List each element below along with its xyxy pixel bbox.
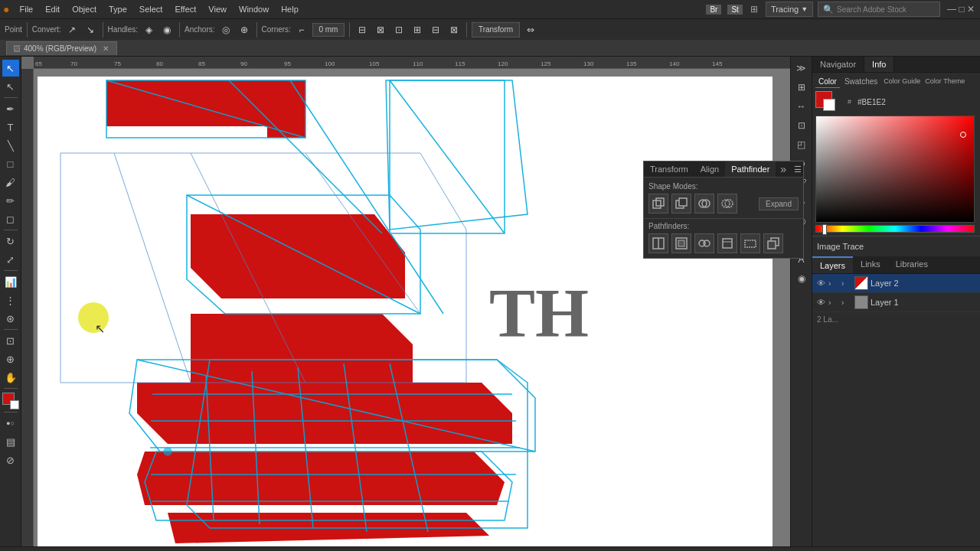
artboard-tool[interactable]: ⊡ xyxy=(2,332,19,349)
canvas-container[interactable]: 65 70 75 80 85 90 95 100 105 110 115 120… xyxy=(21,57,790,546)
eraser-tool[interactable]: ◻ xyxy=(2,210,19,227)
color-tab[interactable]: Color xyxy=(815,76,840,88)
transform-icon[interactable]: ↔ xyxy=(793,98,810,115)
zoom-tool[interactable]: ⊕ xyxy=(2,350,19,367)
fptab-transform[interactable]: Transform xyxy=(644,161,694,177)
menu-help[interactable]: Help xyxy=(276,3,304,15)
menu-type[interactable]: Type xyxy=(103,3,132,15)
scale-tool[interactable]: ⤢ xyxy=(2,251,19,268)
rect-tool[interactable]: □ xyxy=(2,155,19,172)
menu-file[interactable]: File xyxy=(14,3,38,15)
select-tool[interactable]: ↖ xyxy=(2,60,19,77)
pen-tool[interactable]: ✒ xyxy=(2,100,19,117)
arrange-icon[interactable]: ⊞ xyxy=(793,79,810,96)
tab-info[interactable]: Info xyxy=(864,57,894,72)
menu-view[interactable]: View xyxy=(203,3,232,15)
layer-expand-2[interactable]: › xyxy=(841,279,852,288)
layer-lock-2[interactable]: › xyxy=(828,279,839,288)
exclude-icon[interactable] xyxy=(717,194,737,214)
fptab-align[interactable]: Align xyxy=(694,161,725,177)
layer-row-1[interactable]: 👁 › › Layer 1 xyxy=(812,293,980,312)
divide-icon[interactable] xyxy=(648,233,668,253)
bg-color-box[interactable] xyxy=(823,99,835,111)
minus-front-icon[interactable] xyxy=(671,194,691,214)
merge-icon[interactable] xyxy=(694,233,714,253)
type-tool[interactable]: T xyxy=(2,119,19,135)
hue-slider[interactable] xyxy=(815,225,975,233)
corners-value-input[interactable] xyxy=(312,23,345,37)
expand-button[interactable]: Expand xyxy=(759,197,799,210)
pathfinder-icon[interactable]: ◰ xyxy=(793,136,810,153)
align-center-icon[interactable]: ⊠ xyxy=(373,22,388,37)
anchor-tool-1[interactable]: ◎ xyxy=(218,22,234,37)
handle-tool-2[interactable]: ◉ xyxy=(159,22,175,37)
fptab-pathfinder[interactable]: Pathfinder xyxy=(725,161,776,177)
panel-options-btn[interactable]: » xyxy=(776,163,791,175)
color-circle-icon[interactable]: ◉ xyxy=(793,270,810,287)
paint-tool[interactable]: 🖌 xyxy=(2,174,19,191)
bridge-btn[interactable]: Br xyxy=(706,5,721,15)
fg-color-box[interactable] xyxy=(815,91,832,108)
menu-object[interactable]: Object xyxy=(67,3,102,15)
symbol-tool[interactable]: ⊛ xyxy=(2,310,19,327)
color-theme-tab[interactable]: Color Theme xyxy=(923,76,966,88)
none-btn[interactable]: ⊘ xyxy=(2,452,19,468)
color-mode-btn[interactable]: ●○ xyxy=(2,415,19,432)
outline-icon[interactable] xyxy=(740,233,760,253)
minus-back-icon[interactable] xyxy=(763,233,783,253)
convert-anchor-btn[interactable]: ↘ xyxy=(83,22,98,37)
color-guide-tab[interactable]: Color Guide xyxy=(882,76,922,88)
unite-icon[interactable] xyxy=(648,194,668,214)
layer-visibility-1[interactable]: 👁 xyxy=(815,297,826,308)
color-picker[interactable] xyxy=(815,116,975,223)
align-right-icon[interactable]: ⊡ xyxy=(391,22,407,37)
stock-btn[interactable]: St xyxy=(727,5,742,15)
align-bot-icon[interactable]: ⊠ xyxy=(446,22,462,37)
doc-tab-item[interactable]: 🖼 400% (RGB/Preview) ✕ xyxy=(6,41,117,55)
layer-lock-1[interactable]: › xyxy=(828,298,839,307)
intersect-icon[interactable] xyxy=(694,194,714,214)
direct-select-tool[interactable]: ↖ xyxy=(2,78,19,95)
graph-tool[interactable]: 📊 xyxy=(2,273,19,290)
window-controls[interactable]: — □ ✕ xyxy=(947,4,975,15)
layer-row-2[interactable]: 👁 › › Layer 2 xyxy=(812,274,980,293)
tab-links[interactable]: Links xyxy=(853,256,888,273)
color-gradient-field[interactable] xyxy=(816,116,974,222)
align-mid-icon[interactable]: ⊟ xyxy=(428,22,443,37)
align-top-icon[interactable]: ⊞ xyxy=(410,22,425,37)
tab-libraries[interactable]: Libraries xyxy=(888,256,936,273)
layer-expand-1[interactable]: › xyxy=(841,298,852,307)
handle-tool-1[interactable]: ◈ xyxy=(141,22,156,37)
align-icon[interactable]: ⊡ xyxy=(793,117,810,134)
rotate-tool[interactable]: ↻ xyxy=(2,233,19,249)
menu-edit[interactable]: Edit xyxy=(40,3,65,15)
panel-menu-btn[interactable]: ☰ xyxy=(791,165,805,174)
menu-select[interactable]: Select xyxy=(134,3,168,15)
transform-extra-icon[interactable]: ⇔ xyxy=(523,22,538,37)
canvas[interactable]: TH xyxy=(34,69,790,546)
line-tool[interactable]: ╲ xyxy=(2,137,19,154)
menu-effect[interactable]: Effect xyxy=(169,3,201,15)
color-picker-handle[interactable] xyxy=(960,132,966,138)
doc-tab-close-button[interactable]: ✕ xyxy=(103,44,109,53)
align-left-icon[interactable]: ⊟ xyxy=(354,22,370,37)
crop-icon[interactable] xyxy=(717,233,737,253)
hue-thumb[interactable] xyxy=(822,224,827,235)
layer-visibility-2[interactable]: 👁 xyxy=(815,278,826,289)
hand-tool[interactable]: ✋ xyxy=(2,369,19,386)
gradient-btn[interactable]: ▤ xyxy=(2,433,19,450)
expand-panel-btn[interactable]: ≫ xyxy=(793,60,810,77)
convert-tool-btn[interactable]: ↗ xyxy=(64,22,80,37)
tracing-dropdown[interactable]: Tracing ▼ xyxy=(766,2,813,17)
anchor-tool-2[interactable]: ⊕ xyxy=(237,22,252,37)
blend-tool[interactable]: ⋮ xyxy=(2,292,19,308)
search-box[interactable]: 🔍 Search Adobe Stock xyxy=(818,2,940,17)
swatches-tab[interactable]: Swatches xyxy=(841,76,880,88)
trim-icon[interactable] xyxy=(671,233,691,253)
menu-window[interactable]: Window xyxy=(234,3,274,15)
tab-navigator[interactable]: Navigator xyxy=(812,57,864,72)
transform-button[interactable]: Transform xyxy=(472,22,520,37)
bg-color-swatch[interactable] xyxy=(10,400,19,409)
tab-layers[interactable]: Layers xyxy=(812,256,853,273)
pencil-tool[interactable]: ✏ xyxy=(2,192,19,209)
